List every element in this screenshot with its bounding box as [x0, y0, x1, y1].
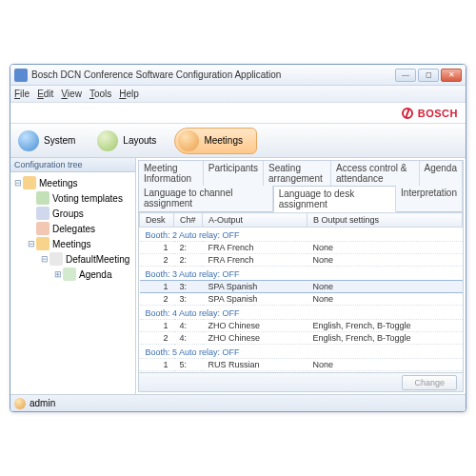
nav-meetings-label: Meetings	[204, 135, 243, 146]
app-icon	[14, 69, 28, 82]
brand-label: BOSCH	[418, 108, 458, 119]
nav-system[interactable]: System	[14, 128, 89, 154]
default-meeting-icon	[50, 252, 63, 266]
table-row[interactable]: 25:RUS RussianNone	[140, 371, 463, 373]
folder-icon	[23, 176, 36, 189]
menu-edit[interactable]: Edit	[37, 89, 53, 99]
tree-groups[interactable]: Groups	[52, 208, 84, 219]
layout-icon	[97, 130, 118, 151]
booth-header: Booth: 3 Auto relay: OFF	[140, 267, 463, 281]
app-window: Bosch DCN Conference Software Configurat…	[10, 64, 466, 412]
table-row[interactable]: 13:SPA SpanishNone	[140, 281, 463, 293]
assignment-grid[interactable]: Desk Ch# A-Output B Output settings Boot…	[139, 212, 463, 372]
groups-icon	[36, 207, 50, 220]
menu-file[interactable]: FFileile	[14, 89, 30, 99]
sidebar-title: Configuration tree	[10, 158, 135, 172]
nav-system-label: System	[44, 135, 75, 146]
table-row[interactable]: 22:FRA FrenchNone	[140, 254, 463, 267]
brand-row: BOSCH	[10, 103, 466, 124]
tree-meetings[interactable]: Meetings	[52, 239, 91, 249]
tab-participants[interactable]: Participants	[204, 161, 264, 187]
panel-footer: Change	[139, 372, 463, 391]
table-row[interactable]: 12:FRA FrenchNone	[140, 242, 463, 254]
col-a-output[interactable]: A-Output	[203, 213, 307, 228]
status-bar: admin	[10, 394, 466, 411]
globe-icon	[18, 130, 39, 151]
voting-icon	[36, 191, 50, 205]
col-desk[interactable]: Desk	[140, 213, 174, 228]
menu-help[interactable]: Help	[119, 89, 139, 99]
table-row[interactable]: 15:RUS RussianNone	[140, 359, 463, 371]
user-icon	[14, 398, 26, 409]
maximize-button[interactable]: ◻	[418, 69, 439, 82]
config-tree[interactable]: ⊟Meetings Voting templates Groups Delega…	[10, 172, 135, 394]
minimize-button[interactable]: —	[395, 69, 416, 82]
booth-header: Booth: 5 Auto relay: OFF	[140, 345, 463, 359]
window-title: Bosch DCN Conference Software Configurat…	[31, 69, 395, 80]
main-panel: Meeting Information Participants Seating…	[138, 160, 464, 392]
agenda-icon	[63, 268, 76, 281]
bosch-logo-icon	[402, 108, 413, 119]
menu-view[interactable]: View	[61, 89, 82, 99]
titlebar[interactable]: Bosch DCN Conference Software Configurat…	[10, 65, 466, 86]
tree-agenda[interactable]: Agenda	[79, 269, 111, 280]
tab-strip: Meeting Information Participants Seating…	[139, 161, 463, 212]
col-ch[interactable]: Ch#	[174, 213, 203, 228]
meeting-icon	[178, 130, 199, 151]
tab-access[interactable]: Access control & attendance	[331, 161, 419, 187]
nav-meetings[interactable]: Meetings	[174, 128, 257, 154]
tab-interpretation[interactable]: Interpretation	[396, 186, 463, 212]
sidebar: Configuration tree ⊟Meetings Voting temp…	[10, 158, 136, 394]
tab-agenda[interactable]: Agenda	[420, 161, 463, 187]
change-button[interactable]: Change	[402, 375, 457, 390]
close-button[interactable]: ✕	[441, 69, 462, 82]
tree-voting[interactable]: Voting templates	[52, 193, 123, 204]
tree-root[interactable]: Meetings	[39, 178, 78, 188]
tab-lang-desk[interactable]: Language to desk assignment	[273, 186, 396, 212]
tree-delegates[interactable]: Delegates	[52, 224, 95, 234]
delegates-icon	[36, 222, 50, 235]
booth-header: Booth: 4 Auto relay: OFF	[140, 306, 463, 320]
table-row[interactable]: 24:ZHO ChineseEnglish, French, B-Toggle	[140, 332, 463, 345]
status-user: admin	[30, 398, 55, 408]
table-row[interactable]: 14:ZHO ChineseEnglish, French, B-Toggle	[140, 320, 463, 332]
tab-lang-channel[interactable]: Language to channel assignment	[139, 186, 273, 212]
menu-tools[interactable]: Tools	[89, 89, 111, 99]
col-b-output[interactable]: B Output settings	[307, 213, 463, 228]
tree-default[interactable]: DefaultMeeting	[66, 254, 129, 265]
booth-header: Booth: 2 Auto relay: OFF	[140, 228, 463, 242]
meetings-icon	[36, 237, 50, 250]
table-row[interactable]: 23:SPA SpanishNone	[140, 293, 463, 306]
nav-row: System Layouts Meetings	[10, 124, 466, 158]
tab-meeting-info[interactable]: Meeting Information	[139, 161, 204, 187]
menubar: FFileile Edit View Tools Help	[10, 86, 466, 103]
nav-layouts-label: Layouts	[123, 135, 156, 146]
nav-layouts[interactable]: Layouts	[93, 128, 170, 154]
tab-seating[interactable]: Seating arrangement	[264, 161, 331, 187]
